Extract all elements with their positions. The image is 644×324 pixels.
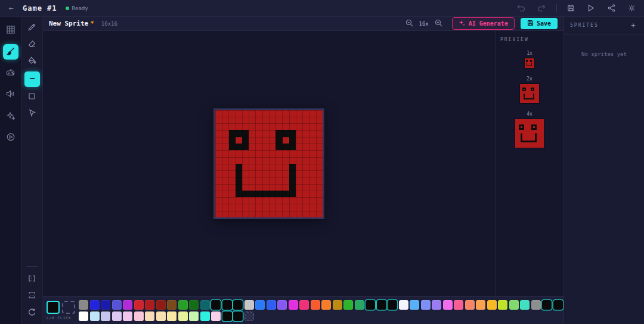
tool-flip-vertical[interactable]: [26, 289, 39, 303]
tool-flip-horizontal[interactable]: [26, 273, 39, 286]
sidebar-item-ai[interactable]: [3, 108, 18, 124]
tool-pencil[interactable]: [26, 21, 39, 35]
primary-color-swatch[interactable]: [47, 301, 60, 314]
add-sprite-button[interactable]: +: [628, 21, 638, 30]
tool-fill-bucket[interactable]: [26, 55, 39, 68]
zoom-in-button[interactable]: [435, 19, 442, 29]
tool-rotate[interactable]: [26, 306, 39, 319]
palette-swatch[interactable]: [542, 300, 552, 310]
palette-swatch[interactable]: [123, 311, 132, 321]
tool-palette: [21, 17, 43, 324]
tool-select[interactable]: [26, 107, 39, 120]
preview-1x-sprite: [525, 58, 534, 68]
palette-swatch[interactable]: [333, 300, 342, 310]
palette-swatch[interactable]: [200, 311, 210, 321]
palette-swatch[interactable]: [520, 300, 530, 310]
palette-swatch[interactable]: [343, 300, 353, 310]
palette-swatch[interactable]: [189, 300, 199, 310]
palette-swatch[interactable]: [167, 311, 177, 321]
undo-button[interactable]: [513, 2, 529, 14]
palette-swatch[interactable]: [178, 300, 188, 310]
gear-icon: [628, 4, 636, 12]
palette-swatch[interactable]: [79, 311, 88, 321]
run-game-button[interactable]: [583, 2, 599, 14]
palette-swatch[interactable]: [255, 300, 265, 310]
sidebar-item-map[interactable]: [3, 23, 18, 38]
palette-swatch[interactable]: [134, 300, 144, 310]
settings-button[interactable]: [624, 2, 639, 14]
palette-swatch[interactable]: [211, 300, 221, 310]
palette-swatch[interactable]: [498, 300, 507, 310]
palette-swatch[interactable]: [145, 300, 154, 310]
palette-swatch[interactable]: [277, 300, 287, 310]
secondary-color-swatch[interactable]: [62, 301, 75, 314]
palette-swatch[interactable]: [311, 300, 320, 310]
preview-2x-label: 2x: [527, 76, 532, 82]
sidebar-item-playtest[interactable]: [3, 130, 18, 145]
tool-rectangle[interactable]: [26, 91, 39, 104]
palette-swatch[interactable]: [233, 300, 243, 310]
preview-title: PREVIEW: [500, 37, 529, 42]
palette-swatch[interactable]: [112, 311, 122, 321]
palette-swatch[interactable]: [366, 300, 375, 310]
palette-swatch[interactable]: [244, 300, 254, 310]
sidebar-item-game[interactable]: [3, 66, 18, 81]
share-button[interactable]: [603, 2, 619, 14]
palette-swatch[interactable]: [553, 300, 563, 310]
palette-swatch[interactable]: [211, 311, 221, 321]
save-sprite-button[interactable]: Save: [521, 18, 558, 29]
zoom-out-button[interactable]: [405, 19, 413, 29]
back-button[interactable]: ←: [0, 4, 23, 13]
preview-2x: 2x: [520, 76, 539, 103]
palette-swatch[interactable]: [321, 300, 331, 310]
sidebar-item-audio[interactable]: [3, 87, 18, 102]
palette-swatch[interactable]: [410, 300, 419, 310]
palette-swatch[interactable]: [388, 300, 397, 310]
palette-swatch[interactable]: [156, 300, 166, 310]
pixel-canvas[interactable]: [215, 110, 323, 217]
palette-swatch[interactable]: [79, 300, 88, 310]
palette-swatch[interactable]: [399, 300, 408, 310]
palette-swatch[interactable]: [476, 300, 485, 310]
palette-swatch[interactable]: [299, 300, 309, 310]
palette-swatch[interactable]: [465, 300, 475, 310]
palette-swatch[interactable]: [156, 311, 166, 321]
palette-swatch[interactable]: [289, 300, 298, 310]
palette-swatch[interactable]: [267, 300, 276, 310]
palette-swatch[interactable]: [167, 300, 177, 310]
status-dot-icon: [66, 7, 69, 10]
palette-swatch-transparent[interactable]: [244, 311, 254, 321]
palette-swatch[interactable]: [454, 300, 463, 310]
palette-swatch[interactable]: [189, 311, 199, 321]
palette-swatch[interactable]: [377, 300, 386, 310]
palette-swatch[interactable]: [222, 300, 232, 310]
palette-swatch[interactable]: [112, 300, 122, 310]
palette-swatch[interactable]: [487, 300, 497, 310]
palette-swatch[interactable]: [200, 300, 210, 310]
sprite-name-field[interactable]: New Sprite: [49, 20, 88, 27]
palette-swatch[interactable]: [101, 311, 110, 321]
redo-button[interactable]: [534, 2, 549, 14]
palette-swatch[interactable]: [134, 311, 144, 321]
palette-swatch[interactable]: [145, 311, 154, 321]
palette-swatch[interactable]: [421, 300, 431, 310]
preview-1x: 1x: [525, 51, 534, 68]
palette-swatch[interactable]: [178, 311, 188, 321]
palette-swatch[interactable]: [443, 300, 453, 310]
modified-marker: *: [90, 20, 94, 27]
palette-swatch[interactable]: [222, 311, 232, 321]
palette-swatch[interactable]: [233, 311, 243, 321]
palette-swatch[interactable]: [123, 300, 132, 310]
palette-swatch[interactable]: [509, 300, 519, 310]
palette-swatch[interactable]: [355, 300, 364, 310]
tool-line[interactable]: [24, 71, 40, 87]
save-project-button[interactable]: [563, 2, 578, 14]
ai-generate-button[interactable]: AI Generate: [452, 17, 515, 30]
palette-swatch[interactable]: [101, 300, 110, 310]
sidebar-item-sprite-editor[interactable]: [3, 44, 18, 60]
palette-swatch[interactable]: [90, 300, 100, 310]
palette-swatch[interactable]: [531, 300, 541, 310]
palette-swatch[interactable]: [432, 300, 441, 310]
tool-eraser[interactable]: [26, 38, 39, 51]
palette-swatch[interactable]: [90, 311, 100, 321]
